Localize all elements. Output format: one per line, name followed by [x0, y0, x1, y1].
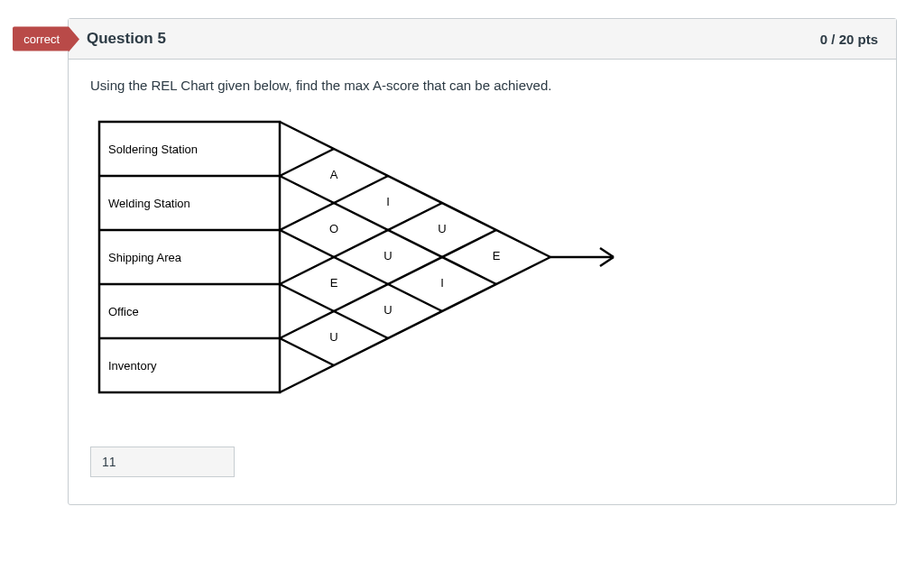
rel-code: I	[386, 195, 390, 208]
svg-line-16	[600, 248, 614, 257]
department-label: Soldering Station	[108, 143, 198, 156]
question-prompt: Using the REL Chart given below, find th…	[90, 78, 874, 93]
svg-line-14	[280, 149, 334, 176]
department-label: Inventory	[108, 359, 157, 373]
rel-code: E	[493, 249, 501, 262]
department-label: Shipping Area	[108, 251, 182, 264]
svg-line-17	[600, 257, 614, 266]
svg-line-9	[280, 338, 334, 365]
svg-line-7	[280, 230, 442, 311]
rel-code: U	[438, 222, 446, 235]
incorrect-tag: correct	[13, 27, 69, 51]
rel-code: U	[329, 330, 337, 344]
question-points: 0 / 20 pts	[820, 32, 878, 47]
rel-chart-diagram: Soldering Station Welding Station Shippi…	[90, 113, 650, 419]
question-header: correct Question 5 0 / 20 pts	[69, 19, 896, 60]
answer-input[interactable]: 11	[90, 447, 235, 477]
svg-line-12	[280, 203, 442, 284]
rel-code: U	[383, 303, 392, 317]
question-body: Using the REL Chart given below, find th…	[69, 60, 896, 504]
department-label: Office	[108, 305, 139, 318]
rel-code: E	[330, 276, 338, 290]
rel-code: U	[383, 249, 392, 262]
rel-code: A	[330, 168, 338, 181]
svg-line-5	[280, 122, 550, 257]
svg-line-10	[280, 257, 550, 392]
rel-code: O	[329, 222, 338, 235]
rel-code: I	[440, 276, 444, 290]
question-card: correct Question 5 0 / 20 pts Using the …	[68, 18, 897, 505]
question-title: Question 5	[87, 30, 166, 48]
department-label: Welding Station	[108, 197, 190, 210]
